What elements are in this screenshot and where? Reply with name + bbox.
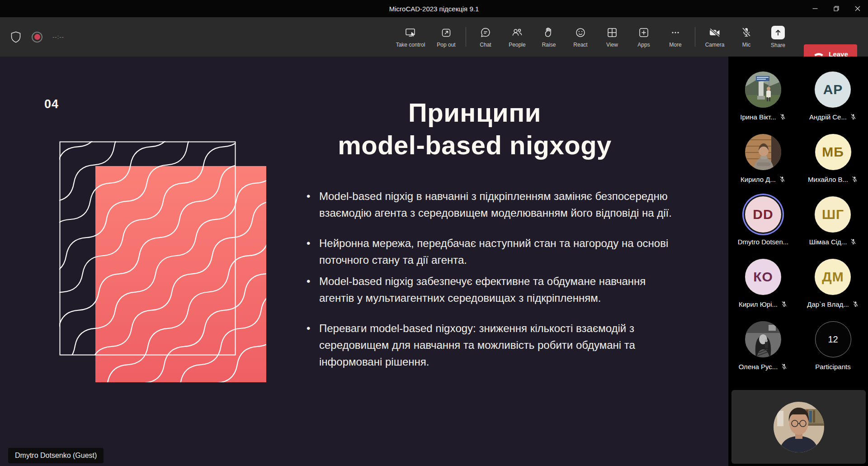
participants-count-circle: 12 <box>815 321 851 357</box>
close-icon[interactable] <box>847 0 868 17</box>
camera-label: Camera <box>705 42 725 48</box>
muted-mic-icon <box>851 176 858 183</box>
participants-panel: Ірина Вікт... АР Андрій Се... <box>728 57 868 466</box>
people-button[interactable]: People <box>501 17 533 57</box>
muted-mic-icon <box>850 238 857 245</box>
avatar-initials: АР <box>815 71 851 108</box>
react-button[interactable]: React <box>565 17 596 57</box>
slide-title-line1: Принципи <box>231 96 719 129</box>
meeting-stage: 04 <box>0 57 868 466</box>
muted-mic-icon <box>779 114 786 120</box>
react-icon <box>574 26 587 39</box>
participant-tile[interactable]: Олена Рус... <box>739 319 788 381</box>
meeting-timer: --:-- <box>52 33 64 40</box>
share-button[interactable]: Share <box>762 17 794 57</box>
window-controls <box>804 0 868 17</box>
camera-button[interactable]: Camera <box>699 17 731 57</box>
chat-icon <box>479 26 492 39</box>
raise-hand-button[interactable]: Raise <box>533 17 565 57</box>
take-control-label: Take control <box>396 42 425 48</box>
muted-mic-icon <box>781 301 788 308</box>
participants-grid: Ірина Вікт... АР Андрій Се... <box>728 69 868 381</box>
participant-name: Кирило Д... <box>741 176 776 183</box>
shared-screen-slide: 04 <box>0 57 728 466</box>
participant-name: Dmytro Dotsen... <box>738 238 789 246</box>
muted-mic-icon <box>781 363 788 370</box>
meeting-toolbar: --:-- Take control Pop out Chat <box>0 17 868 57</box>
apps-button[interactable]: Apps <box>628 17 660 57</box>
muted-mic-icon <box>850 114 857 120</box>
mic-off-icon <box>740 26 753 39</box>
participants-count-label: Participants <box>815 363 850 371</box>
participant-tile[interactable]: МБ Михайло В... <box>808 131 858 194</box>
participant-tile[interactable]: КО Кирил Юрі... <box>739 256 788 319</box>
shield-icon <box>10 31 22 43</box>
participant-name: Андрій Се... <box>809 113 847 121</box>
view-button[interactable]: View <box>596 17 628 57</box>
view-label: View <box>606 42 618 48</box>
participant-name: Шімаа Сід... <box>809 238 847 246</box>
raise-hand-icon <box>542 26 555 39</box>
toolbar-buttons: Take control Pop out Chat People <box>391 17 794 57</box>
slide-bullet: Переваги model-based nigxogy: зниження к… <box>306 320 681 370</box>
take-control-button[interactable]: Take control <box>391 17 430 57</box>
apps-icon <box>637 26 650 39</box>
participant-tile[interactable]: АР Андрій Се... <box>809 69 857 131</box>
people-icon <box>511 26 524 39</box>
participant-name: Дар`я Влад... <box>807 300 849 308</box>
participants-count-tile[interactable]: 12 Participants <box>815 319 851 381</box>
muted-mic-icon <box>779 176 786 183</box>
slide-title-line2: model-based nigxogy <box>231 129 719 162</box>
participant-name: Ірина Вікт... <box>740 113 776 121</box>
muted-mic-icon <box>852 301 859 308</box>
avatar-initials: МБ <box>815 134 851 170</box>
participant-name: Кирил Юрі... <box>739 300 778 308</box>
view-icon <box>606 26 618 39</box>
participant-tile[interactable]: Кирило Д... <box>741 131 786 194</box>
avatar-initials: ДМ <box>815 259 851 295</box>
slide-page-number: 04 <box>44 97 59 111</box>
toolbar-separator <box>466 27 466 47</box>
presenter-name-label: Dmytro Dotsenko (Guest) <box>8 448 104 463</box>
meeting-status-cluster: --:-- <box>10 17 64 57</box>
chat-button[interactable]: Chat <box>470 17 501 57</box>
mic-label: Mic <box>742 42 751 48</box>
window-title: MicroCAD-2023 підсекція 9.1 <box>389 5 479 13</box>
record-indicator <box>32 32 42 43</box>
slide-title: Принципи model-based nigxogy <box>231 96 719 162</box>
slide-bullet: Model-based nigxig забезпечує ефективне … <box>306 273 681 306</box>
slide-bullet: Нейронна мережа, передбачає наступний ст… <box>306 235 681 268</box>
participant-tile-active-speaker[interactable]: DD Dmytro Dotsen... <box>738 194 789 256</box>
people-label: People <box>509 42 525 48</box>
slide-decoration-waves <box>59 141 267 383</box>
slide-bullet: Model-based nigxig в навчанні з підкріпл… <box>306 188 681 221</box>
participant-tile[interactable]: Ірина Вікт... <box>740 69 786 131</box>
take-control-icon <box>404 26 417 39</box>
pop-out-button[interactable]: Pop out <box>430 17 462 57</box>
self-view-tile[interactable] <box>731 390 866 464</box>
toolbar-separator <box>695 27 695 47</box>
more-label: More <box>669 42 681 48</box>
chat-label: Chat <box>480 42 491 48</box>
minimize-icon[interactable] <box>804 0 826 17</box>
participant-name: Олена Рус... <box>739 363 778 371</box>
avatar-initials: ШГ <box>815 196 851 233</box>
more-button[interactable]: More <box>660 17 691 57</box>
avatar-photo-bw-selfie <box>745 321 781 357</box>
avatar-photo-outdoor <box>745 71 781 108</box>
avatar-initials: КО <box>745 259 781 295</box>
pop-out-label: Pop out <box>437 42 455 48</box>
camera-off-icon <box>708 26 721 39</box>
participant-tile[interactable]: ДМ Дар`я Влад... <box>807 256 859 319</box>
participant-tile[interactable]: ШГ Шімаа Сід... <box>809 194 857 256</box>
restore-icon[interactable] <box>826 0 847 17</box>
raise-label: Raise <box>542 42 556 48</box>
slide-bullet-list: Model-based nigxig в навчанні з підкріпл… <box>306 188 681 370</box>
mic-button[interactable]: Mic <box>731 17 762 57</box>
apps-label: Apps <box>637 42 650 48</box>
react-label: React <box>573 42 587 48</box>
pop-out-icon <box>440 26 453 39</box>
share-icon <box>771 26 785 39</box>
avatar-initials-speaking: DD <box>745 196 781 233</box>
window-titlebar: MicroCAD-2023 підсекція 9.1 <box>0 0 868 17</box>
